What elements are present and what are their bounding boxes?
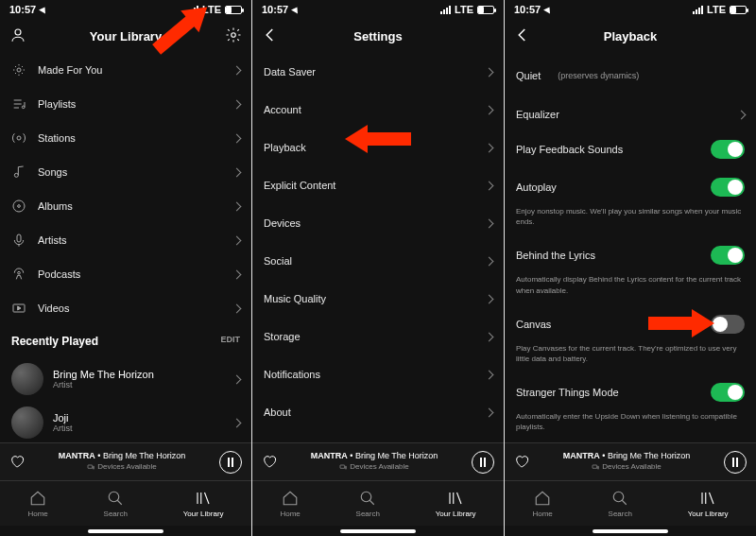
tab-library[interactable]: Your Library (183, 490, 224, 518)
like-button[interactable] (262, 454, 277, 471)
library-icon (195, 490, 212, 507)
podcast-icon (11, 267, 26, 282)
svg-point-16 (361, 492, 371, 502)
settings-header: Settings (252, 19, 504, 53)
chevron-right-icon (485, 143, 494, 152)
tab-home[interactable]: Home (27, 490, 47, 518)
now-playing-bar[interactable]: MANTRA • Bring Me The HorizonDevices Ava… (505, 442, 756, 480)
svg-rect-18 (598, 467, 599, 470)
tab-home[interactable]: Home (532, 490, 552, 518)
recent-item[interactable]: Bring Me The Horizon Artist (0, 357, 251, 401)
playlist-icon (11, 96, 26, 112)
devices-icon (339, 463, 347, 471)
library-item-made for you[interactable]: Made For You (0, 53, 251, 87)
chevron-right-icon (737, 110, 747, 119)
quiet-row[interactable]: Quiet(preserves dynamics) (505, 53, 756, 98)
status-carrier: LTE (202, 4, 221, 15)
home-indicator (340, 529, 416, 533)
status-bar: 10:57 LTE (0, 0, 251, 19)
tab-search[interactable]: Search (609, 490, 632, 518)
signal-icon (693, 6, 703, 14)
settings-item-social[interactable]: Social (252, 242, 504, 280)
toggle-autoplay[interactable] (711, 178, 745, 197)
svg-point-5 (14, 173, 18, 177)
location-icon (39, 5, 48, 13)
svg-rect-8 (17, 234, 21, 242)
svg-point-1 (232, 33, 236, 38)
back-button[interactable] (514, 26, 531, 43)
pause-button[interactable] (472, 451, 494, 474)
tab-bar: Home Search Your Library (0, 480, 251, 526)
back-button[interactable] (262, 26, 279, 43)
settings-item-data saver[interactable]: Data Saver (252, 53, 504, 91)
like-button[interactable] (9, 454, 25, 471)
chevron-right-icon (485, 256, 494, 266)
tab-home[interactable]: Home (280, 490, 300, 518)
chevron-right-icon (232, 133, 242, 143)
edit-button[interactable]: EDIT (220, 335, 240, 348)
settings-item-music quality[interactable]: Music Quality (252, 280, 504, 318)
settings-item-devices[interactable]: Devices (252, 204, 504, 242)
chevron-right-icon (485, 407, 494, 417)
settings-button[interactable] (225, 26, 242, 43)
library-item-videos[interactable]: Videos (0, 291, 251, 325)
library-item-stations[interactable]: Stations (0, 121, 251, 155)
pause-button[interactable] (724, 451, 747, 474)
mic-icon (11, 233, 26, 248)
library-item-artists[interactable]: Artists (0, 223, 251, 257)
battery-icon (730, 6, 747, 14)
tab-search[interactable]: Search (356, 490, 380, 518)
chevron-right-icon (485, 332, 494, 341)
settings-item-notifications[interactable]: Notifications (252, 355, 504, 393)
playback-item-desc: Play Canvases for the current track. The… (505, 343, 756, 373)
status-bar: 10:57 LTE (252, 0, 504, 19)
svg-point-7 (18, 205, 21, 208)
screen-playback: 10:57 LTE Playback Quiet(preserves dynam… (505, 0, 756, 536)
library-item-songs[interactable]: Songs (0, 155, 251, 189)
chevron-right-icon (232, 201, 242, 211)
recently-played-header: Recently Played EDIT (0, 325, 251, 357)
playback-item-autoplay: Autoplay (505, 168, 756, 206)
toggle-canvas[interactable] (711, 315, 745, 334)
settings-item-playback[interactable]: Playback (252, 129, 504, 166)
now-playing-bar[interactable]: MANTRA • Bring Me The HorizonDevices Ava… (252, 442, 504, 480)
recent-item[interactable]: Joji Artist (0, 401, 251, 442)
artwork-thumbnail (11, 406, 43, 439)
library-item-albums[interactable]: Albums (0, 189, 251, 223)
library-content: Made For You Playlists Stations Songs Al… (0, 53, 251, 442)
svg-point-0 (15, 29, 21, 35)
library-item-playlists[interactable]: Playlists (0, 87, 251, 121)
svg-rect-14 (340, 465, 345, 468)
playback-item-desc: Automatically display Behind the Lyrics … (505, 274, 756, 304)
tab-search[interactable]: Search (104, 490, 128, 518)
svg-point-19 (613, 492, 624, 502)
pause-button[interactable] (219, 451, 242, 474)
screen-settings: 10:57 LTE Settings Data Saver Account Pl… (252, 0, 504, 536)
tab-library[interactable]: Your Library (688, 490, 729, 518)
tab-library[interactable]: Your Library (436, 490, 476, 518)
profile-button[interactable] (9, 26, 26, 43)
location-icon (291, 5, 301, 13)
svg-point-13 (109, 492, 119, 502)
library-title: Your Library (90, 29, 162, 43)
toggle-stranger things mode[interactable] (711, 383, 745, 402)
playback-item-equalizer[interactable]: Equalizer (505, 98, 756, 130)
toggle-play feedback sounds[interactable] (711, 140, 745, 159)
signal-icon (440, 6, 451, 14)
playback-item-behind the lyrics: Behind the Lyrics (505, 236, 756, 274)
chevron-right-icon (485, 370, 494, 379)
settings-item-about[interactable]: About (252, 393, 504, 431)
settings-item-account[interactable]: Account (252, 91, 504, 129)
like-button[interactable] (514, 454, 529, 471)
settings-item-explicit content[interactable]: Explicit Content (252, 166, 504, 204)
svg-point-2 (17, 68, 21, 72)
chevron-right-icon (232, 235, 242, 245)
radio-icon (11, 130, 26, 146)
tab-bar: Home Search Your Library (505, 480, 756, 526)
chevron-right-icon (232, 418, 242, 427)
toggle-behind the lyrics[interactable] (711, 246, 745, 265)
now-playing-bar[interactable]: MANTRA • Bring Me The Horizon Devices Av… (0, 442, 251, 480)
settings-item-storage[interactable]: Storage (252, 318, 504, 355)
battery-icon (225, 6, 242, 14)
library-item-podcasts[interactable]: Podcasts (0, 257, 251, 291)
